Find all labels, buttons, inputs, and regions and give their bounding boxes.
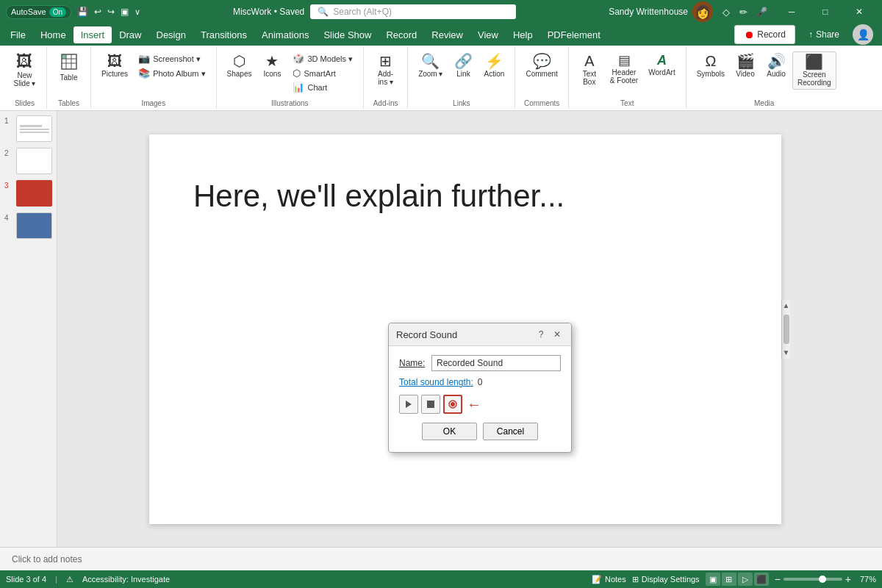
- autosave-toggle[interactable]: AutoSave On: [6, 5, 71, 19]
- slide-thumb-3[interactable]: 3: [3, 179, 54, 208]
- icons-btn[interactable]: ★ Icons: [257, 51, 287, 80]
- new-slide-label: NewSlide ▾: [13, 71, 35, 87]
- scroll-up-arrow[interactable]: ▲: [782, 300, 790, 312]
- dialog-close-btn[interactable]: ✕: [551, 328, 564, 341]
- pen-icon[interactable]: ✏: [736, 4, 751, 19]
- zoom-out-icon[interactable]: −: [775, 573, 781, 585]
- zoom-in-icon[interactable]: +: [845, 573, 851, 585]
- menu-slideshow[interactable]: Slide Show: [316, 26, 379, 43]
- display-settings-btn[interactable]: ⊞ Display Settings: [632, 575, 700, 584]
- title-bar-left: AutoSave On 💾 ↩ ↪ ▣ ∨: [6, 5, 140, 19]
- menu-transitions[interactable]: Transitions: [193, 26, 254, 43]
- notes-bar[interactable]: Click to add notes: [0, 547, 882, 570]
- accessibility-label[interactable]: Accessibility: Investigate: [82, 575, 170, 584]
- mic-icon[interactable]: 🎤: [754, 4, 769, 19]
- action-btn[interactable]: ⚡ Action: [479, 51, 509, 80]
- chart-label: Chart: [307, 83, 327, 92]
- header-footer-btn[interactable]: ▤ Header& Footer: [606, 51, 642, 87]
- chart-btn[interactable]: 📊 Chart: [288, 80, 357, 93]
- addins-icon: ⊞: [379, 54, 392, 68]
- screenshot-btn[interactable]: 📷 Screenshot ▾: [134, 51, 209, 65]
- slide-canvas[interactable]: Here, we'll explain further... Record So…: [149, 135, 781, 524]
- photo-album-btn[interactable]: 📚 Photo Album ▾: [134, 66, 209, 80]
- share-button[interactable]: ↑ Share: [800, 26, 848, 43]
- menu-review[interactable]: Review: [424, 26, 470, 43]
- menu-record[interactable]: Record: [379, 26, 424, 43]
- maximize-btn[interactable]: □: [808, 0, 842, 24]
- slide-thumb-2[interactable]: 2: [3, 146, 54, 176]
- audio-label: Audio: [767, 70, 786, 78]
- record-button[interactable]: ⏺ Record: [734, 25, 795, 44]
- menu-help[interactable]: Help: [506, 26, 540, 43]
- vertical-scrollbar[interactable]: ▲ ▼: [781, 300, 790, 359]
- play-btn[interactable]: [399, 395, 418, 414]
- main-area: 1 2 3 4 Here, we'll expla: [0, 111, 882, 547]
- smartart-btn[interactable]: ⬡ SmartArt: [288, 66, 357, 79]
- menu-home[interactable]: Home: [33, 26, 74, 43]
- 3d-models-btn[interactable]: 🎲 3D Models ▾: [288, 51, 357, 65]
- screenshot-icon: 📷: [138, 54, 150, 63]
- pictures-btn[interactable]: 🖼 Pictures: [97, 51, 132, 80]
- close-btn[interactable]: ✕: [842, 0, 876, 24]
- addins-btn[interactable]: ⊞ Add-ins ▾: [371, 51, 401, 88]
- search-bar[interactable]: 🔍 Search (Alt+Q): [310, 4, 516, 19]
- video-btn[interactable]: 🎬 Video: [731, 51, 760, 80]
- shapes-btn[interactable]: ⬡ Shapes: [223, 51, 257, 80]
- record-sound-dialog[interactable]: Record Sound ? ✕ Name: Total sound lengt…: [388, 323, 572, 453]
- user-avatar[interactable]: 👩: [692, 1, 713, 22]
- scroll-down-arrow[interactable]: ▼: [782, 347, 790, 359]
- comment-btn[interactable]: 💬 Comment: [521, 51, 562, 80]
- wordart-btn[interactable]: A WordArt: [644, 51, 680, 79]
- link-btn[interactable]: 🔗 Link: [448, 51, 478, 80]
- normal-view-btn[interactable]: ▣: [706, 573, 720, 586]
- menu-view[interactable]: View: [470, 26, 506, 43]
- undo-icon[interactable]: ↩: [94, 7, 101, 17]
- ok-button[interactable]: OK: [422, 423, 477, 440]
- cancel-button[interactable]: Cancel: [483, 423, 538, 440]
- slide-thumb-4[interactable]: 4: [3, 211, 54, 240]
- menu-file[interactable]: File: [3, 26, 33, 43]
- menu-pdfelement[interactable]: PDFelement: [540, 26, 608, 43]
- user-menu-btn[interactable]: 👤: [853, 24, 873, 45]
- ribbon-icon[interactable]: ◇: [719, 4, 734, 19]
- title-bar: AutoSave On 💾 ↩ ↪ ▣ ∨ MiscWork • Saved 🔍…: [0, 0, 882, 24]
- slide-thumb-1[interactable]: 1: [3, 114, 54, 143]
- textbox-btn[interactable]: A TextBox: [575, 51, 604, 88]
- menu-animations[interactable]: Animations: [254, 26, 316, 43]
- zoom-control[interactable]: − + 77%: [775, 573, 876, 585]
- menu-draw[interactable]: Draw: [112, 26, 148, 43]
- symbols-btn[interactable]: Ω Symbols: [692, 51, 729, 80]
- notes-btn[interactable]: 📝 Notes: [592, 575, 626, 584]
- slide-num-1: 1: [4, 117, 13, 125]
- search-placeholder: Search (Alt+Q): [333, 7, 392, 17]
- menu-design[interactable]: Design: [149, 26, 193, 43]
- zoom-track[interactable]: [784, 578, 842, 581]
- minimize-btn[interactable]: ─: [775, 0, 808, 24]
- record-circle-icon: [448, 399, 458, 409]
- dialog-help-btn[interactable]: ?: [534, 328, 548, 341]
- reading-view-btn[interactable]: ▷: [738, 573, 753, 586]
- dialog-name-input[interactable]: [431, 355, 561, 371]
- record-btn[interactable]: [443, 395, 462, 414]
- screenshot-label: Screenshot ▾: [153, 54, 201, 64]
- customize-icon[interactable]: ∨: [135, 7, 140, 17]
- new-slide-btn[interactable]: 🖼 NewSlide ▾: [9, 51, 40, 90]
- redo-icon[interactable]: ↪: [107, 7, 115, 17]
- slide-sorter-btn[interactable]: ⊞: [722, 573, 736, 586]
- screen-recording-btn[interactable]: ⬛ ScreenRecording: [792, 51, 836, 90]
- save-icon[interactable]: 💾: [77, 7, 88, 17]
- zoom-btn[interactable]: 🔍 Zoom ▾: [414, 51, 447, 80]
- audio-icon: 🔊: [767, 54, 786, 68]
- stop-btn[interactable]: [421, 395, 440, 414]
- screen-recording-icon: ⬛: [805, 54, 823, 69]
- table-btn[interactable]: Table: [54, 51, 84, 84]
- zoom-thumb[interactable]: [819, 576, 826, 583]
- svg-rect-5: [62, 54, 66, 59]
- zoom-level[interactable]: 77%: [854, 575, 876, 584]
- menu-insert[interactable]: Insert: [74, 26, 112, 43]
- audio-btn[interactable]: 🔊 Audio: [761, 51, 791, 80]
- slideshow-btn[interactable]: ⬛: [754, 573, 769, 586]
- presentation-icon[interactable]: ▣: [121, 7, 129, 17]
- scroll-thumb[interactable]: [784, 315, 789, 344]
- accessibility-icon: ⚠: [66, 575, 74, 584]
